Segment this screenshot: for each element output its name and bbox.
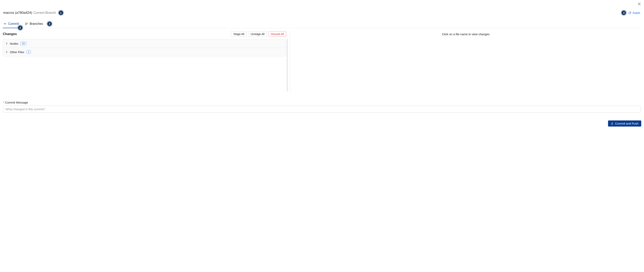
chevron-right-icon (6, 43, 8, 45)
annotation-1: 1 (58, 10, 64, 15)
discard-all-button[interactable]: Discard All (268, 31, 286, 37)
empty-state-hint: Click on a file name to view changes (442, 33, 490, 36)
commit-message-label: * Commit Message (3, 101, 641, 104)
fetch-label: Fetch (632, 11, 640, 15)
commit-icon (4, 23, 6, 25)
changes-header: Changes Stage All Unstage All Discard Al… (3, 31, 286, 37)
footer-actions: Commit and Push (3, 120, 641, 127)
content-area: Changes Stage All Unstage All Discard Al… (3, 31, 641, 93)
git-modal: macros (a780a424) Current Branch 1 4 Fet… (0, 0, 644, 130)
annotation-2: 2 (18, 25, 23, 30)
file-group-other[interactable]: Other Files 1 (3, 48, 286, 56)
file-group-nodes[interactable]: Nodes 10 (3, 39, 286, 48)
branch-status: Current Branch (33, 11, 56, 15)
required-asterisk: * (3, 101, 4, 104)
commit-and-push-button[interactable]: Commit and Push (608, 120, 641, 127)
tab-commit-label: Commit (8, 22, 19, 26)
file-list: Nodes 10 Other Files 1 (3, 39, 286, 56)
refresh-icon (628, 12, 631, 14)
fetch-button[interactable]: Fetch (628, 11, 640, 15)
chevron-right-icon (6, 51, 8, 53)
changes-pane: Changes Stage All Unstage All Discard Al… (3, 31, 290, 93)
tab-commit[interactable]: Commit (3, 21, 19, 28)
changes-title: Changes (3, 32, 17, 36)
svg-point-3 (27, 23, 28, 24)
branch-icon (25, 23, 28, 25)
tab-bar: Commit Branches 3 (3, 21, 641, 28)
modal-header: macros (a780a424) Current Branch 1 4 Fet… (3, 10, 641, 15)
stage-all-button[interactable]: Stage All (231, 31, 246, 37)
annotation-3: 3 (47, 21, 52, 26)
file-count-badge: 1 (26, 50, 31, 54)
svg-point-2 (26, 25, 26, 25)
commit-message-input[interactable] (3, 106, 641, 113)
tab-branches[interactable]: Branches (25, 21, 44, 28)
commit-push-label: Commit and Push (615, 122, 638, 125)
changes-actions: Stage All Unstage All Discard All (231, 31, 286, 37)
file-group-label: Other Files (10, 50, 24, 54)
close-icon (638, 2, 641, 6)
branch-name: macros (a780a424) (3, 11, 32, 15)
tab-branches-label: Branches (30, 22, 43, 26)
upload-icon (611, 122, 614, 125)
commit-label-text: Commit Message (5, 101, 28, 104)
diff-pane: Click on a file name to view changes (290, 31, 641, 93)
file-group-label: Nodes (10, 42, 18, 45)
branch-breadcrumb: macros (a780a424) Current Branch 1 (3, 10, 64, 15)
svg-point-0 (4, 24, 5, 24)
unstage-all-button[interactable]: Unstage All (248, 31, 267, 37)
commit-form: * Commit Message (3, 101, 641, 113)
annotation-4: 4 (621, 10, 626, 15)
file-count-badge: 10 (20, 42, 26, 45)
scrollbar-thumb[interactable] (286, 39, 288, 92)
close-button[interactable] (637, 2, 641, 6)
svg-point-1 (26, 23, 26, 23)
